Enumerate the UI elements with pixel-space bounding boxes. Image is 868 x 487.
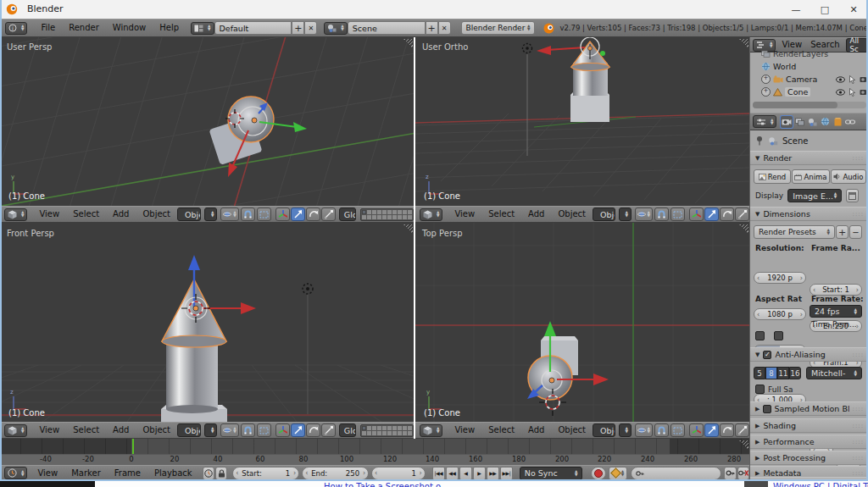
scene-icon-button[interactable] xyxy=(324,22,347,35)
render-engine-select[interactable]: Blender Render xyxy=(461,21,536,35)
editor-type-button-timeline[interactable] xyxy=(4,467,27,479)
manipulator-scale-button[interactable] xyxy=(321,208,336,221)
menu-select[interactable]: Select xyxy=(66,206,106,223)
new-window-button[interactable] xyxy=(846,189,859,202)
manipulator-rotate-button[interactable] xyxy=(306,423,320,437)
tab-render[interactable] xyxy=(781,116,793,128)
aa-samples-16[interactable]: 16 xyxy=(789,367,801,379)
snap-element-button[interactable] xyxy=(670,423,685,437)
crop-checkbox[interactable] xyxy=(774,331,783,340)
manipulator-translate-button[interactable] xyxy=(704,208,719,221)
aa-filter-select[interactable]: Mitchell- xyxy=(806,367,862,379)
manipulator-axis-button[interactable] xyxy=(689,208,704,221)
remove-preset-button[interactable]: − xyxy=(849,225,862,239)
minimize-button[interactable]: — xyxy=(782,0,810,19)
panel-header-sampled-motion-blur[interactable]: ▶ Sampled Motion Blur xyxy=(750,401,868,416)
menu-select[interactable]: Select xyxy=(66,422,106,439)
anti-aliasing-checkbox[interactable]: ✓ xyxy=(763,351,771,359)
transform-orientation-select[interactable]: Global xyxy=(339,208,356,221)
outliner-item-camera[interactable]: + Camera xyxy=(761,73,868,86)
mode-select[interactable]: Object Mode xyxy=(593,208,615,221)
menu-add[interactable]: Add xyxy=(521,206,551,223)
mode-select[interactable]: Object Mode xyxy=(177,208,201,221)
display-select[interactable]: Image E... xyxy=(787,189,842,202)
visibility-eye-icon[interactable] xyxy=(836,76,845,83)
expand-icon[interactable]: + xyxy=(761,75,771,84)
menu-render[interactable]: Render xyxy=(62,19,106,36)
pivot-select[interactable] xyxy=(635,208,653,221)
selectability-cursor-icon[interactable] xyxy=(849,88,856,97)
menu-file[interactable]: File xyxy=(34,19,62,36)
preview-range-button[interactable] xyxy=(203,467,214,480)
visibility-eye-icon[interactable] xyxy=(836,89,845,96)
current-frame-playhead[interactable] xyxy=(132,439,134,454)
panel-header-post-processing[interactable]: ▶ Post Processing xyxy=(750,451,868,465)
pin-icon[interactable] xyxy=(755,136,764,146)
maximize-button[interactable]: □ xyxy=(810,0,839,19)
lock-button[interactable] xyxy=(215,467,227,480)
previous-keyframe-button[interactable]: ◀◀ xyxy=(446,467,459,480)
render-button[interactable]: Rend xyxy=(754,169,791,184)
viewport-shading-select[interactable] xyxy=(204,423,217,437)
close-layout-button[interactable] xyxy=(304,21,317,35)
expand-icon[interactable]: + xyxy=(761,87,771,97)
background-link-text[interactable]: How to Take a Screenshot o xyxy=(324,482,441,487)
viewport-user-persp[interactable]: y xyxy=(0,37,414,206)
current-frame-field[interactable]: 1 xyxy=(371,467,426,480)
manipulator-scale-button[interactable] xyxy=(321,423,336,437)
menu-select[interactable]: Select xyxy=(481,422,521,439)
snap-button[interactable] xyxy=(241,208,255,221)
outliner-item-renderlayers[interactable]: RenderLayers xyxy=(761,47,868,60)
audio-button[interactable]: Audio xyxy=(831,169,866,184)
panel-drag-dots-icon[interactable] xyxy=(853,211,864,218)
panel-drag-dots-icon[interactable] xyxy=(853,351,864,358)
menu-object[interactable]: Object xyxy=(551,206,593,223)
play-button[interactable]: ▶ xyxy=(473,467,486,480)
menu-view[interactable]: View xyxy=(448,422,481,439)
snap-element-button[interactable] xyxy=(257,423,271,437)
play-reverse-button[interactable]: ◀ xyxy=(459,467,472,480)
editor-type-button-properties[interactable] xyxy=(753,115,776,128)
viewport-shading-select[interactable] xyxy=(619,423,632,437)
start-frame-field[interactable]: Start:1 xyxy=(232,467,299,480)
pivot-select[interactable] xyxy=(635,423,653,437)
timeline-track[interactable] xyxy=(0,439,749,454)
manipulator-translate-button[interactable] xyxy=(704,423,719,437)
menu-view[interactable]: View xyxy=(32,206,66,223)
scrollbar-thumb[interactable] xyxy=(753,102,837,108)
menu-view[interactable]: View xyxy=(448,206,481,223)
jump-to-start-button[interactable]: |◀◀ xyxy=(432,467,445,480)
snap-element-button[interactable] xyxy=(257,208,271,221)
editor-type-button-3dview[interactable] xyxy=(420,208,442,221)
snap-button[interactable] xyxy=(241,423,255,437)
motion-blur-checkbox[interactable] xyxy=(763,405,771,413)
frame-start-field[interactable]: Start: 1 xyxy=(810,284,862,296)
viewport-user-ortho[interactable]: z xyxy=(415,37,749,206)
manipulator-scale-button[interactable] xyxy=(735,208,749,221)
manipulator-scale-button[interactable] xyxy=(735,423,749,437)
menu-window[interactable]: Window xyxy=(106,19,153,36)
snap-button[interactable] xyxy=(654,208,669,221)
insert-keyframe-button[interactable] xyxy=(724,467,736,480)
aa-samples-5[interactable]: 5 xyxy=(754,367,765,379)
menu-add[interactable]: Add xyxy=(521,422,551,439)
menu-object[interactable]: Object xyxy=(136,206,177,223)
editor-type-button-3dview[interactable] xyxy=(4,208,27,221)
editor-type-button-3dview[interactable] xyxy=(4,424,27,437)
close-scene-button[interactable] xyxy=(438,21,451,35)
editor-type-button-info[interactable]: i xyxy=(5,22,27,35)
panel-drag-dots-icon[interactable] xyxy=(853,439,864,445)
add-preset-button[interactable] xyxy=(836,225,849,239)
viewport-shading-select[interactable] xyxy=(619,208,632,221)
sync-select[interactable]: No Sync xyxy=(520,467,583,480)
tab-scene[interactable] xyxy=(806,116,818,128)
mode-select[interactable]: Object Mode xyxy=(177,423,201,437)
panel-drag-dots-icon[interactable] xyxy=(853,470,864,477)
manipulator-translate-button[interactable] xyxy=(291,423,305,437)
close-button[interactable]: ✕ xyxy=(839,0,868,19)
viewport-shading-select[interactable] xyxy=(204,208,217,221)
transform-orientation-select[interactable]: Global xyxy=(339,423,356,437)
jump-to-end-button[interactable]: ▶▶| xyxy=(500,467,513,480)
manipulator-axis-button[interactable] xyxy=(275,423,290,437)
keying-set-field[interactable] xyxy=(631,467,721,480)
